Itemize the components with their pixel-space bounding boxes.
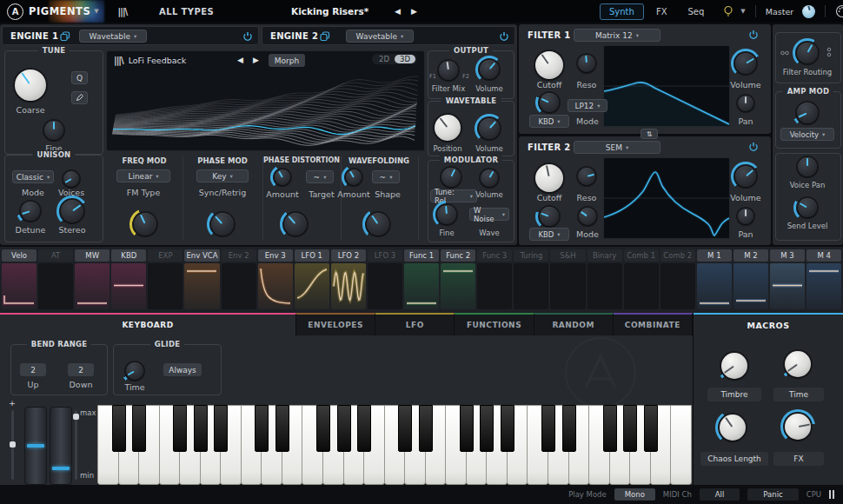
mod-source-tab-func-2[interactable]: Func 2 [441,249,475,262]
mod-source-tab-func-3[interactable]: Func 3 [477,249,512,262]
filter1-power-icon[interactable] [748,30,759,40]
mod-source-tile-turing[interactable] [514,263,548,309]
bend-down-value[interactable]: 2 [68,363,94,376]
engine2-type-select[interactable]: Wavetable [346,30,414,43]
mod-source-tile-func-3[interactable] [477,263,512,309]
phase-distortion-mod-knob[interactable] [282,211,309,237]
black-key[interactable] [541,405,555,452]
view-2d[interactable]: 2D [374,55,395,63]
modulator-tune-select[interactable]: Tune: Rel [430,189,477,202]
wavetable-3d-waterfall[interactable] [109,71,422,148]
edit-pencil-button[interactable] [71,91,88,104]
morph-button[interactable]: Morph [269,54,305,67]
brand-title[interactable]: PIGMENTS [29,5,90,17]
tab-synth[interactable]: Synth [600,3,644,20]
midi-icon[interactable] [835,4,843,18]
black-key[interactable] [501,405,514,452]
macro-time-knob[interactable] [783,349,813,379]
engine2-copy-icon[interactable] [320,31,330,42]
tab-combinate[interactable]: COMBINATE [614,313,693,335]
filter1-kbd-knob[interactable] [538,91,561,114]
black-key[interactable] [275,405,289,452]
mod-source-tile-comb-2[interactable] [660,263,695,309]
preset-name[interactable]: Kicking Risers* [291,6,368,17]
mod-source-tab-m-4[interactable]: M 4 [806,249,841,262]
black-key[interactable] [644,405,658,452]
tab-random[interactable]: RANDOM [534,313,614,335]
filter2-reso-knob[interactable] [576,166,597,187]
unison-stereo-knob[interactable] [59,198,85,224]
white-key[interactable] [670,405,692,485]
filter-mix-knob[interactable] [437,59,460,82]
mod-source-tile-env-vca[interactable] [184,263,219,309]
mod-source-tab-env-vca[interactable]: Env VCA [184,249,219,262]
mod-source-tab-env-2[interactable]: Env 2 [222,249,256,262]
filter2-pan-knob[interactable] [736,207,755,226]
wavetable-next-icon[interactable]: ▶ [253,56,259,64]
mod-source-tile-mw[interactable] [75,263,110,309]
wavefolding-mod-knob[interactable] [365,211,391,237]
mod-source-tile-m-2[interactable] [733,263,768,309]
filter2-power-icon[interactable] [748,142,759,152]
black-key[interactable] [337,405,351,452]
view-2d3d-toggle[interactable]: 2D 3D [372,54,417,64]
mod-source-tab-exp[interactable]: EXP [148,249,183,262]
macro-fx-knob[interactable] [783,412,813,441]
tab-envelopes[interactable]: ENVELOPES [296,313,375,335]
black-key[interactable] [255,405,269,452]
tab-fx[interactable]: FX [647,4,676,19]
prev-preset-icon[interactable]: ◀ [389,7,406,16]
phase-distortion-target-select[interactable]: ~ [306,170,334,183]
filter1-mode-select[interactable]: LP12 [568,99,607,112]
engine2-tab[interactable]: ENGINE 2 Wavetable [262,26,515,45]
mod-source-tile-kbd[interactable] [111,263,146,309]
black-key[interactable] [132,405,146,452]
wavetable-position-knob[interactable] [433,113,462,143]
black-key[interactable] [480,405,494,452]
wavetable-name[interactable]: |||\ LoFi Feedback [114,56,186,65]
virtual-keyboard[interactable] [97,405,691,485]
mod-source-tile-env-2[interactable] [222,263,256,309]
engine2-power-icon[interactable] [499,31,509,42]
black-key[interactable] [357,405,371,452]
wavetable-prev-icon[interactable]: ◀ [237,56,243,64]
tab-keyboard[interactable]: KEYBOARD [0,313,296,335]
bulb-caret-icon[interactable]: ▼ [740,8,745,15]
mod-source-tile-comb-1[interactable] [624,263,659,309]
unison-detune-knob[interactable] [19,200,42,222]
mod-source-tab-comb-1[interactable]: Comb 1 [624,249,659,262]
macro-fx-label[interactable]: FX [773,452,824,466]
arturia-logo-icon[interactable]: A [7,3,23,20]
tab-functions[interactable]: FUNCTIONS [455,313,534,335]
mod-source-tile-m-1[interactable] [697,263,732,309]
macro-time-label[interactable]: Time [773,388,824,401]
black-key[interactable] [562,405,576,452]
wavetable-volume-knob[interactable] [477,116,501,141]
octave-slider-handle[interactable] [10,441,16,448]
macro-chaos-length-label[interactable]: Chaos Length [700,452,768,466]
view-3d[interactable]: 3D [395,55,415,63]
macro-timbre-knob[interactable] [720,351,749,381]
mod-source-tile-at[interactable] [38,263,73,309]
unison-voices-knob[interactable] [62,169,81,189]
glide-time-knob[interactable] [124,361,145,381]
fine-tune-knob[interactable] [43,119,65,142]
filter1-pan-knob[interactable] [736,94,755,113]
bulb-icon[interactable] [723,5,733,18]
black-key[interactable] [173,405,187,452]
mod-source-tab-m-3[interactable]: M 3 [770,249,805,262]
filter1-volume-knob[interactable] [733,51,758,76]
filter2-cutoff-knob[interactable] [534,162,565,194]
engine1-copy-icon[interactable] [60,31,70,42]
range-slider-handle[interactable] [73,414,79,420]
black-key[interactable] [316,405,330,452]
mod-source-tile-lfo-3[interactable] [368,263,402,309]
phase-mod-amount-knob[interactable] [209,211,236,237]
play-mode-value-button[interactable]: Mono [614,488,655,501]
filter-series-swap-icon[interactable]: ⇅ [641,129,658,139]
master-volume-knob[interactable] [802,5,815,18]
mod-source-tile-velo[interactable] [2,263,37,309]
mod-source-tab-turing[interactable]: Turing [514,249,548,262]
mod-source-tile-lfo-1[interactable] [295,263,329,309]
filter1-cutoff-knob[interactable] [534,50,565,81]
